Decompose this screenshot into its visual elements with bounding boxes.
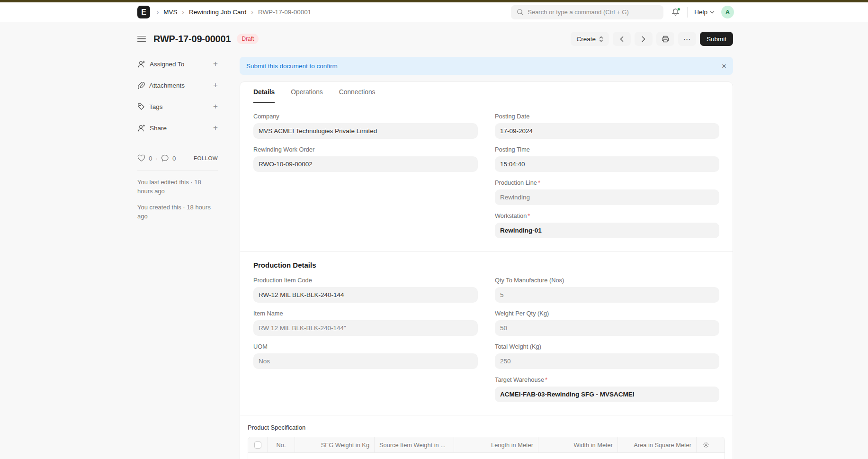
gear-icon xyxy=(703,441,709,448)
column-header-width[interactable]: Width in Meter xyxy=(538,437,617,452)
column-header-length[interactable]: Length in Meter xyxy=(454,437,538,452)
notification-dot xyxy=(677,8,680,11)
search-placeholder: Search or type a command (Ctrl + G) xyxy=(528,9,629,16)
tab-details[interactable]: Details xyxy=(253,82,275,103)
sidebar-toggle-icon[interactable] xyxy=(137,36,146,42)
column-header-sfg-weight[interactable]: SFG Weight in Kg xyxy=(295,437,374,452)
column-header-no[interactable]: No. xyxy=(267,437,295,452)
field-uom: UOM Nos xyxy=(253,343,478,369)
breadcrumb-doctype[interactable]: Rewinding Job Card xyxy=(189,9,247,16)
table-settings-button[interactable] xyxy=(696,437,715,452)
field-label: Workstation* xyxy=(495,212,719,219)
share-user-icon xyxy=(137,124,145,132)
form-sidebar: Assigned To + Attachments + Tags + Share… xyxy=(137,52,218,459)
sidebar-item-assigned-to[interactable]: Assigned To + xyxy=(137,59,218,69)
last-edited-text[interactable]: You last edited this · 18 hours ago xyxy=(137,178,218,196)
field-label: Posting Time xyxy=(495,146,719,153)
field-production-line: Production Line* Rewinding xyxy=(495,179,719,205)
field-qty-to-manufacture: Qty To Manufacture (Nos) 5 xyxy=(495,277,719,303)
print-button[interactable] xyxy=(656,32,674,46)
add-tag-button[interactable]: + xyxy=(213,102,218,111)
chevron-down-icon xyxy=(710,10,715,14)
tab-operations[interactable]: Operations xyxy=(291,82,323,103)
qty-to-manufacture-input[interactable]: 5 xyxy=(495,287,719,303)
page-body: Assigned To + Attachments + Tags + Share… xyxy=(0,49,868,459)
create-button[interactable]: Create xyxy=(571,32,609,46)
company-input[interactable]: MVS ACMEI Technologies Private Limited xyxy=(253,123,478,139)
field-total-weight: Total Weight (Kg) 250 xyxy=(495,343,719,369)
tab-connections[interactable]: Connections xyxy=(339,82,376,103)
column-header-area[interactable]: Area in Square Meter xyxy=(617,437,696,452)
navbar-right: Help A xyxy=(671,6,734,18)
submit-button[interactable]: Submit xyxy=(700,32,733,46)
next-document-button[interactable] xyxy=(635,32,653,46)
field-label: Item Name xyxy=(253,310,478,317)
tag-icon xyxy=(137,103,145,110)
breadcrumb-chevron-icon: › xyxy=(157,9,159,16)
posting-date-input[interactable]: 17-09-2024 xyxy=(495,123,719,139)
field-label: UOM xyxy=(253,343,478,350)
create-label: Create xyxy=(576,36,596,43)
share-button[interactable]: + xyxy=(213,123,218,133)
app-logo[interactable]: E xyxy=(137,6,150,18)
field-label: Total Weight (Kg) xyxy=(495,343,719,350)
field-label: Production Line* xyxy=(495,179,719,186)
form-card: Details Operations Connections Company M… xyxy=(240,81,733,459)
chevron-left-icon xyxy=(620,36,624,42)
target-warehouse-input[interactable]: ACMEI-FAB-03-Rewinding SFG - MVSACMEI xyxy=(495,387,719,402)
global-search-input[interactable]: Search or type a command (Ctrl + G) xyxy=(511,5,663,19)
form-main: Submit this document to confirm × Detail… xyxy=(240,52,733,459)
field-workstation: Workstation* Rewinding-01 xyxy=(495,212,719,238)
sidebar-divider xyxy=(137,170,218,171)
paperclip-icon xyxy=(137,81,145,90)
menu-button[interactable]: ⋯ xyxy=(678,32,696,46)
likes-count[interactable]: 0 xyxy=(149,155,152,162)
comments-count[interactable]: 0 xyxy=(172,155,176,162)
add-assignment-button[interactable]: + xyxy=(213,59,218,69)
heart-icon[interactable] xyxy=(137,154,145,162)
page-title: RWP-17-09-00001 xyxy=(153,34,231,45)
section-main: Company MVS ACMEI Technologies Private L… xyxy=(240,103,733,245)
created-text[interactable]: You created this · 18 hours ago xyxy=(137,203,218,221)
select-all-checkbox[interactable] xyxy=(254,441,261,449)
breadcrumb-chevron-icon: › xyxy=(182,9,184,16)
posting-time-input[interactable]: 15:04:40 xyxy=(495,156,719,172)
breadcrumb: › MVS › Rewinding Job Card › RWP-17-09-0… xyxy=(157,9,311,16)
total-weight-input[interactable]: 250 xyxy=(495,353,719,369)
field-label: Production Item Code xyxy=(253,277,478,284)
alert-message: Submit this document to confirm xyxy=(246,63,338,70)
sidebar-item-attachments[interactable]: Attachments + xyxy=(137,81,218,90)
previous-document-button[interactable] xyxy=(613,32,631,46)
rewinding-work-order-input[interactable]: RWO-10-09-00002 xyxy=(253,156,478,172)
help-menu[interactable]: Help xyxy=(694,9,715,16)
sidebar-item-share[interactable]: Share + xyxy=(137,123,218,133)
item-name-input[interactable]: RW 12 MIL BLK-BLK-240-144" xyxy=(253,320,478,336)
production-details-heading[interactable]: Production Details xyxy=(240,252,733,277)
add-attachment-button[interactable]: + xyxy=(213,81,218,90)
sidebar-item-label: Assigned To xyxy=(150,61,184,68)
weight-per-qty-input[interactable]: 50 xyxy=(495,320,719,336)
field-target-warehouse: Target Warehouse* ACMEI-FAB-03-Rewinding… xyxy=(495,376,719,402)
breadcrumb-chevron-icon: › xyxy=(251,9,253,16)
column-header-source-item-weight[interactable]: Source Item Weight in ... xyxy=(374,437,454,452)
workstation-input[interactable]: Rewinding-01 xyxy=(495,223,719,238)
breadcrumb-workspace[interactable]: MVS xyxy=(163,9,177,16)
uom-input[interactable]: Nos xyxy=(253,353,478,369)
production-item-code-input[interactable]: RW-12 MIL BLK-BLK-240-144 xyxy=(253,287,478,303)
navbar: E › MVS › Rewinding Job Card › RWP-17-09… xyxy=(0,2,868,22)
notifications-bell-icon[interactable] xyxy=(671,8,680,17)
page-actions: Create ⋯ Submit xyxy=(571,32,733,46)
sidebar-item-tags[interactable]: Tags + xyxy=(137,102,218,111)
table-empty-body xyxy=(248,453,725,459)
close-icon[interactable]: × xyxy=(722,62,726,70)
user-avatar[interactable]: A xyxy=(721,6,734,18)
field-posting-time: Posting Time 15:04:40 xyxy=(495,146,719,172)
production-line-input[interactable]: Rewinding xyxy=(495,189,719,205)
form-tabs: Details Operations Connections xyxy=(240,82,733,103)
ellipsis-icon: ⋯ xyxy=(683,35,691,44)
submit-alert-banner: Submit this document to confirm × xyxy=(240,57,733,75)
field-company: Company MVS ACMEI Technologies Private L… xyxy=(253,113,478,139)
table-header-row: No. SFG Weight in Kg Source Item Weight … xyxy=(248,437,725,453)
follow-button[interactable]: FOLLOW xyxy=(194,155,218,161)
comment-icon[interactable] xyxy=(161,154,169,162)
